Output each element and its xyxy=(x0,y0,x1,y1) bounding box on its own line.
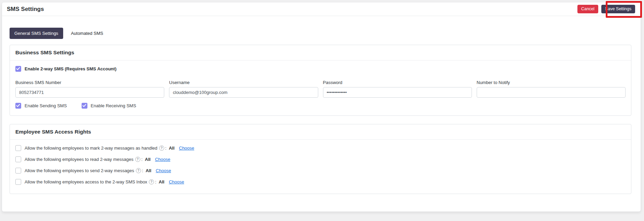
cancel-button[interactable]: Cancel xyxy=(577,5,598,13)
help-icon[interactable]: ? xyxy=(136,168,141,173)
username-field-group: Username xyxy=(169,80,318,98)
enable-2way-sms-row: Enable 2-way SMS (Requires SMS Account) xyxy=(15,66,626,72)
employee-sms-access-rights-title: Employee SMS Access Rights xyxy=(10,124,631,140)
send-receive-toggles: Enable Sending SMS Enable Receiving SMS xyxy=(15,103,626,109)
choose-link[interactable]: Choose xyxy=(155,157,170,162)
choose-link[interactable]: Choose xyxy=(169,179,184,184)
inbox-access-checkbox[interactable] xyxy=(15,179,21,185)
header-actions: Cancel Save Settings xyxy=(577,5,636,13)
password-input[interactable] xyxy=(323,87,472,98)
username-label: Username xyxy=(169,80,318,85)
separator: : xyxy=(165,146,167,151)
enable-receiving-sms-row: Enable Receiving SMS xyxy=(82,103,136,109)
number-to-notify-label: Number to Notify xyxy=(477,80,626,85)
number-to-notify-input[interactable] xyxy=(477,87,626,98)
read-messages-checkbox[interactable] xyxy=(15,156,21,162)
enable-sending-sms-row: Enable Sending SMS xyxy=(15,103,67,109)
business-sms-number-input[interactable] xyxy=(15,87,164,98)
business-sms-settings-title: Business SMS Settings xyxy=(10,45,631,60)
help-icon[interactable]: ? xyxy=(135,157,140,162)
tab-bar: General SMS Settings Automated SMS xyxy=(10,28,641,39)
separator: : xyxy=(142,168,143,173)
business-sms-settings-card: Business SMS Settings Enable 2-way SMS (… xyxy=(10,45,631,116)
enable-sending-sms-checkbox[interactable] xyxy=(15,103,21,109)
access-right-row-read: Allow the following employees to read 2-… xyxy=(15,156,626,162)
credentials-field-grid: Business SMS Number Username Password Nu… xyxy=(15,80,626,98)
business-sms-settings-body: Enable 2-way SMS (Requires SMS Account) … xyxy=(10,60,631,115)
enable-sending-sms-label: Enable Sending SMS xyxy=(25,103,67,108)
access-right-row-mark-handled: Allow the following employees to mark 2-… xyxy=(15,145,626,151)
scope-value: All xyxy=(159,179,165,184)
mark-handled-label: Allow the following employees to mark 2-… xyxy=(25,146,157,151)
business-sms-number-field-group: Business SMS Number xyxy=(15,80,164,98)
enable-receiving-sms-label: Enable Receiving SMS xyxy=(91,103,136,108)
employee-sms-access-rights-card: Employee SMS Access Rights Allow the fol… xyxy=(10,124,631,194)
choose-link[interactable]: Choose xyxy=(179,146,194,151)
mark-handled-checkbox[interactable] xyxy=(15,145,21,151)
employee-sms-access-rights-body: Allow the following employees to mark 2-… xyxy=(10,140,631,194)
tab-automated-sms[interactable]: Automated SMS xyxy=(66,28,108,39)
access-right-row-inbox: Allow the following employees access to … xyxy=(15,179,626,185)
username-input[interactable] xyxy=(169,87,318,98)
checkmark-icon xyxy=(82,104,86,107)
checkmark-icon xyxy=(16,104,20,107)
checkmark-icon xyxy=(16,67,20,70)
page-title: SMS Settings xyxy=(7,6,44,13)
page-header: SMS Settings Cancel Save Settings xyxy=(2,2,641,16)
help-icon[interactable]: ? xyxy=(149,179,154,184)
enable-receiving-sms-checkbox[interactable] xyxy=(82,103,87,109)
scope-value: All xyxy=(145,157,151,162)
sms-settings-panel: SMS Settings Cancel Save Settings Genera… xyxy=(2,2,641,212)
enable-2way-sms-label: Enable 2-way SMS (Requires SMS Account) xyxy=(25,66,116,71)
enable-2way-sms-checkbox[interactable] xyxy=(15,66,21,72)
separator: : xyxy=(155,179,156,184)
choose-link[interactable]: Choose xyxy=(156,168,171,173)
help-icon[interactable]: ? xyxy=(159,146,164,151)
separator: : xyxy=(141,157,143,162)
password-label: Password xyxy=(323,80,472,85)
password-field-group: Password xyxy=(323,80,472,98)
number-to-notify-field-group: Number to Notify xyxy=(477,80,626,98)
send-messages-checkbox[interactable] xyxy=(15,168,21,174)
scope-value: All xyxy=(145,168,151,173)
tab-general-sms-settings[interactable]: General SMS Settings xyxy=(10,28,63,39)
save-settings-button[interactable]: Save Settings xyxy=(601,5,635,13)
inbox-access-label: Allow the following employees access to … xyxy=(25,179,147,184)
scope-value: All xyxy=(169,146,174,151)
business-sms-number-label: Business SMS Number xyxy=(15,80,164,85)
read-messages-label: Allow the following employees to read 2-… xyxy=(25,157,134,162)
access-right-row-send: Allow the following employees to send 2-… xyxy=(15,168,626,174)
send-messages-label: Allow the following employees to send 2-… xyxy=(25,168,134,173)
